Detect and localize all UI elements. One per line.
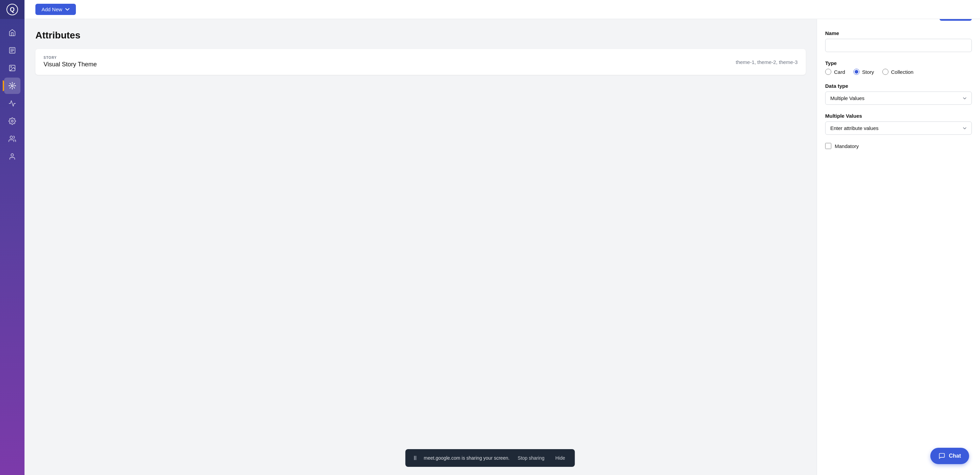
name-label: Name	[825, 30, 972, 36]
sidebar-item-documents[interactable]	[4, 42, 21, 59]
settings-icon	[8, 118, 16, 125]
sidebar-logo: Q	[0, 0, 24, 19]
multiple-values-form-group: Multiple Values Enter attribute values	[825, 113, 972, 135]
type-collection-label: Collection	[891, 69, 914, 75]
type-radio-group: Card Story Collection	[825, 69, 972, 75]
hide-button[interactable]: Hide	[553, 454, 568, 462]
multiple-values-label: Multiple Values	[825, 113, 972, 119]
type-card-label: Card	[834, 69, 845, 75]
type-radio-collection-input[interactable]	[882, 69, 888, 75]
document-icon	[8, 47, 16, 54]
data-type-select[interactable]: Multiple Values Single Value Text Number…	[825, 92, 972, 105]
top-bar: Add New	[0, 0, 980, 19]
profile-icon	[8, 153, 16, 160]
mandatory-checkbox[interactable]	[825, 143, 831, 149]
type-radio-story-input[interactable]	[853, 69, 859, 75]
attribute-type-badge: STORY	[43, 56, 97, 60]
chevron-down-icon	[65, 7, 70, 12]
svg-point-7	[11, 66, 11, 67]
name-form-group: Name	[825, 30, 972, 52]
type-radio-collection[interactable]: Collection	[882, 69, 914, 75]
attributes-icon	[8, 82, 16, 89]
add-new-label: Add New	[41, 6, 62, 12]
data-type-form-group: Data type Multiple Values Single Value T…	[825, 83, 972, 105]
chat-label: Chat	[949, 453, 961, 459]
mandatory-checkbox-label[interactable]: Mandatory	[825, 143, 972, 149]
sidebar-navigation	[4, 19, 21, 475]
data-type-label: Data type	[825, 83, 972, 89]
type-radio-card-input[interactable]	[825, 69, 831, 75]
notification-bar: ⏸ meet.google.com is sharing your screen…	[405, 449, 575, 467]
attribute-values: theme-1, theme-2, theme-3	[736, 59, 798, 65]
type-radio-story[interactable]: Story	[853, 69, 874, 75]
mandatory-form-group: Mandatory	[825, 143, 972, 149]
sidebar-item-profile[interactable]	[4, 148, 21, 165]
svg-text:Q: Q	[10, 6, 14, 13]
name-input[interactable]	[825, 39, 972, 52]
attribute-card: STORY Visual Story Theme theme-1, theme-…	[35, 49, 806, 75]
sidebar-item-home[interactable]	[4, 24, 21, 41]
type-form-group: Type Card Story Collection	[825, 60, 972, 75]
right-panel: CREATE ATTRIBUTE Create Name Type Card S…	[817, 0, 980, 475]
mandatory-label: Mandatory	[835, 143, 859, 149]
main-content: Attributes STORY Visual Story Theme them…	[24, 19, 817, 475]
gallery-icon	[8, 64, 16, 72]
svg-point-11	[11, 154, 13, 156]
sidebar-item-gallery[interactable]	[4, 60, 21, 76]
attribute-info: STORY Visual Story Theme	[43, 56, 97, 68]
type-radio-card[interactable]: Card	[825, 69, 845, 75]
analytics-icon	[8, 100, 16, 107]
sidebar-item-attributes[interactable]	[4, 78, 21, 94]
sidebar-item-analytics[interactable]	[4, 95, 21, 111]
type-label: Type	[825, 60, 972, 66]
team-icon	[8, 135, 16, 143]
svg-point-10	[10, 136, 13, 138]
pause-icon: ⏸	[412, 454, 418, 462]
multiple-values-select[interactable]: Enter attribute values	[825, 121, 972, 135]
sidebar: Q	[0, 0, 24, 475]
add-new-button[interactable]: Add New	[35, 4, 76, 15]
svg-point-8	[11, 85, 13, 87]
home-icon	[8, 29, 16, 37]
type-story-label: Story	[862, 69, 874, 75]
chat-icon	[939, 453, 945, 459]
brand-logo-icon: Q	[6, 3, 18, 16]
attribute-name: Visual Story Theme	[43, 61, 97, 68]
page-title: Attributes	[35, 30, 806, 41]
sidebar-item-settings[interactable]	[4, 113, 21, 129]
stop-sharing-button[interactable]: Stop sharing	[515, 454, 547, 462]
sidebar-item-team[interactable]	[4, 131, 21, 147]
chat-button[interactable]: Chat	[930, 448, 969, 464]
svg-point-9	[11, 120, 13, 122]
notification-text: meet.google.com is sharing your screen.	[424, 455, 509, 461]
